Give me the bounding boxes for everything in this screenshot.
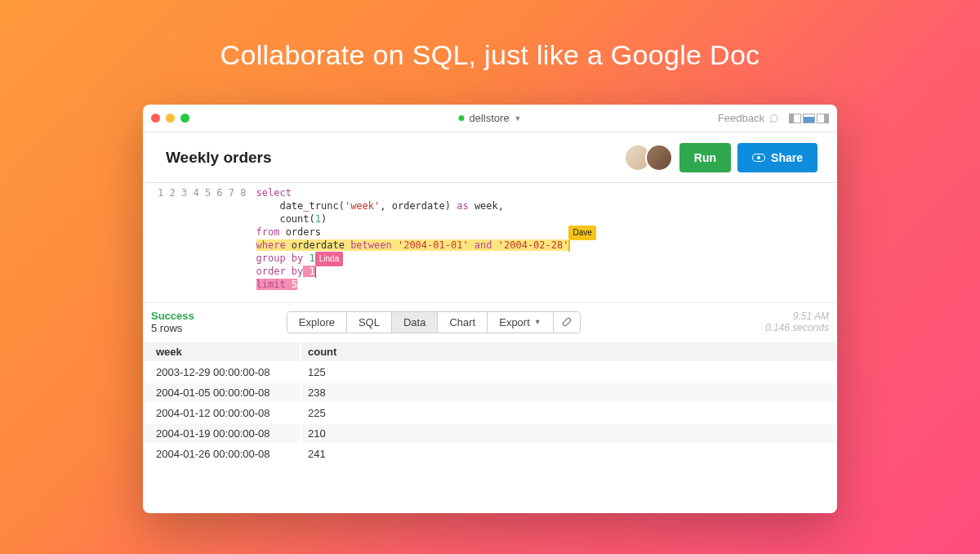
table-row: 2004-01-26 00:00:00-08241	[145, 445, 835, 463]
table-row: 2003-12-29 00:00:00-08125	[145, 363, 835, 382]
maximize-window-button[interactable]	[180, 114, 189, 123]
results-table: week count 2003-12-29 00:00:00-08125 200…	[143, 341, 837, 465]
table-row: 2004-01-19 00:00:00-08210	[145, 424, 835, 443]
toggle-right-panel-button[interactable]	[817, 114, 829, 123]
database-selector[interactable]: dellstore ▼	[458, 112, 521, 124]
query-status: Success	[151, 310, 194, 322]
query-timing: 9:51 AM 0.146 seconds	[765, 311, 829, 333]
column-header-count[interactable]: count	[301, 342, 835, 361]
collaborator-cursor-linda: Linda	[315, 266, 317, 278]
app-window: dellstore ▼ Feedback Weekly orders Run	[143, 105, 837, 513]
sql-editor[interactable]: 1 2 3 4 5 6 7 8 select date_trunc('week'…	[143, 183, 837, 302]
results-bar: Success 5 rows Explore SQL Data Chart Ex…	[143, 302, 837, 341]
avatar[interactable]	[645, 144, 673, 172]
page-headline: Collaborate on SQL, just like a Google D…	[0, 0, 980, 71]
query-title[interactable]: Weekly orders	[166, 149, 272, 167]
line-gutter: 1 2 3 4 5 6 7 8	[143, 186, 256, 291]
tab-chart[interactable]: Chart	[437, 312, 487, 333]
query-toolbar: Weekly orders Run Share	[143, 132, 837, 183]
tab-data[interactable]: Data	[391, 312, 437, 333]
connection-status-icon	[458, 115, 464, 121]
permalink-button[interactable]	[553, 312, 580, 333]
row-count: 5 rows	[151, 322, 194, 334]
toggle-left-panel-button[interactable]	[789, 114, 801, 123]
table-row: 2004-01-12 00:00:00-08225	[145, 404, 835, 422]
code-content[interactable]: select date_trunc('week', orderdate) as …	[256, 186, 570, 291]
toggle-bottom-panel-button[interactable]	[803, 114, 815, 123]
tab-sql[interactable]: SQL	[346, 312, 391, 333]
collaborator-cursor-dave: Dave	[568, 240, 570, 252]
presence-avatars	[624, 144, 673, 172]
database-name: dellstore	[469, 112, 509, 124]
speech-bubble-icon	[768, 114, 779, 123]
feedback-link[interactable]: Feedback	[718, 112, 779, 124]
close-window-button[interactable]	[151, 114, 160, 123]
column-header-week[interactable]: week	[145, 342, 300, 361]
tab-export[interactable]: Export▼	[487, 312, 553, 333]
table-header-row: week count	[145, 342, 835, 361]
share-button[interactable]: Share	[737, 143, 817, 172]
eye-icon	[752, 154, 765, 162]
chevron-down-icon: ▼	[514, 114, 522, 123]
tab-explore[interactable]: Explore	[287, 312, 346, 333]
chevron-down-icon: ▼	[534, 318, 541, 326]
minimize-window-button[interactable]	[166, 114, 175, 123]
window-controls	[151, 114, 189, 123]
table-row: 2004-01-05 00:00:00-08238	[145, 383, 835, 402]
link-icon	[561, 317, 572, 328]
results-tabs: Explore SQL Data Chart Export▼	[287, 311, 581, 333]
window-titlebar: dellstore ▼ Feedback	[143, 105, 837, 132]
run-button[interactable]: Run	[679, 143, 731, 172]
